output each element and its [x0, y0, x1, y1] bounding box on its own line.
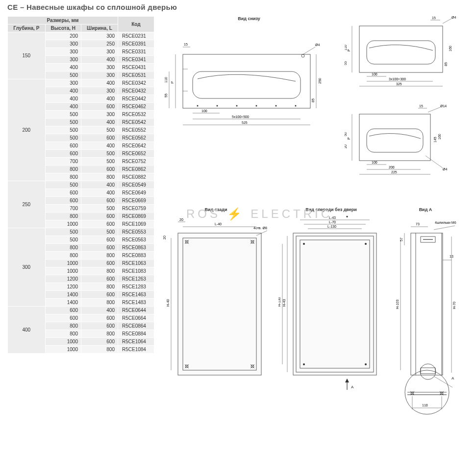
- diagram-view-a: 73 4шпильки M6 57 13 H-103 H-70: [394, 216, 457, 392]
- cell-code: R5CE0432: [118, 87, 154, 95]
- cell-width: 400: [81, 119, 118, 126]
- cell-code: R5CE0869: [118, 213, 154, 220]
- diagram-title-front: Вид спереди без двери: [278, 207, 384, 212]
- svg-point-24: [217, 105, 218, 107]
- cell-height: 800: [45, 213, 81, 220]
- cell-code: R5CE0341: [118, 56, 154, 64]
- cell-height: 800: [45, 252, 81, 260]
- cell-code: R5CE0542: [118, 119, 154, 126]
- cell-code: R5CE0759: [118, 205, 154, 213]
- cell-width: 800: [81, 173, 118, 181]
- table-row: 400600400R5CE0644: [8, 307, 154, 314]
- cell-width: 300: [81, 71, 118, 79]
- cell-code: R5CE0431: [118, 64, 154, 71]
- svg-text:15: 15: [184, 43, 188, 46]
- svg-point-26: [256, 105, 257, 107]
- cell-depth: 250: [8, 181, 46, 228]
- svg-text:110: 110: [345, 45, 347, 50]
- cell-width: 400: [81, 56, 118, 64]
- cell-code: R5CE0649: [118, 189, 154, 197]
- diagram-bottom-small: 15 Ø4 P 55 110 160 85 100 3x100=300 325: [345, 16, 462, 192]
- svg-rect-48: [367, 129, 423, 152]
- cell-width: 400: [81, 95, 118, 103]
- cell-width: 600: [81, 244, 118, 252]
- svg-text:4отв. Ø8: 4отв. Ø8: [253, 226, 267, 230]
- cell-width: 800: [81, 346, 118, 354]
- cell-height: 400: [45, 95, 81, 103]
- cell-height: 500: [45, 126, 81, 134]
- cell-code: R5CE0231: [118, 32, 154, 40]
- cell-width: 800: [81, 330, 118, 338]
- cell-height: 300: [45, 79, 81, 87]
- svg-text:85: 85: [444, 62, 448, 66]
- cell-code: R5CE0864: [118, 322, 154, 330]
- svg-rect-90: [293, 233, 376, 375]
- svg-text:55: 55: [345, 61, 347, 65]
- cell-code: R5CE1483: [118, 299, 154, 307]
- svg-rect-1: [193, 71, 301, 98]
- cell-code: R5CE0664: [118, 314, 154, 322]
- table-row: 300500500R5CE0553: [8, 228, 154, 236]
- svg-marker-104: [345, 216, 349, 218]
- cell-depth: 300: [8, 228, 46, 307]
- cell-height: 300: [45, 48, 81, 56]
- cell-width: 600: [81, 275, 118, 283]
- svg-rect-67: [178, 233, 261, 375]
- cell-width: 500: [81, 158, 118, 166]
- cell-width: 250: [81, 40, 118, 48]
- svg-point-25: [236, 105, 238, 107]
- svg-line-51: [428, 107, 440, 112]
- cell-code: R5CE0391: [118, 40, 154, 48]
- cell-code: R5CE0882: [118, 173, 154, 181]
- svg-text:50: 50: [345, 132, 347, 136]
- cell-width: 600: [81, 166, 118, 173]
- svg-text:250: 250: [318, 78, 322, 84]
- svg-text:P: P: [170, 81, 175, 84]
- cell-code: R5CE1084: [118, 346, 154, 354]
- svg-point-28: [295, 105, 297, 107]
- cell-code: R5CE1063: [118, 260, 154, 267]
- svg-text:4шпильки M6: 4шпильки M6: [435, 221, 456, 224]
- cell-code: R5CE0531: [118, 71, 154, 79]
- cell-height: 500: [45, 181, 81, 189]
- svg-text:160: 160: [438, 134, 441, 140]
- svg-text:5x100=500: 5x100=500: [232, 115, 249, 119]
- diagram-title-bottom: Вид снизу: [163, 16, 335, 21]
- cell-height: 1400: [45, 291, 81, 299]
- svg-text:L-40: L-40: [215, 222, 222, 226]
- svg-marker-111: [345, 379, 349, 382]
- table-header-width: Ширина, L: [81, 24, 118, 32]
- cell-height: 600: [45, 150, 81, 158]
- table-header-dimensions: Размеры, мм: [8, 17, 118, 24]
- svg-text:L-43: L-43: [329, 216, 336, 219]
- svg-text:57: 57: [400, 237, 403, 241]
- svg-text:20: 20: [163, 236, 166, 239]
- cell-code: R5CE0562: [118, 134, 154, 142]
- svg-text:100: 100: [372, 72, 377, 76]
- table-row: 250500400R5CE0549: [8, 181, 154, 189]
- cell-code: R5CE1463: [118, 291, 154, 299]
- svg-text:H-70: H-70: [452, 302, 456, 309]
- cell-width: 600: [81, 322, 118, 330]
- table-row: 200300400R5CE0342: [8, 79, 154, 87]
- cell-code: R5CE0331: [118, 48, 154, 56]
- diagram-front: L-43 L-70 L-130 A H-43 H-130: [278, 216, 384, 402]
- cell-height: 600: [45, 314, 81, 322]
- cell-width: 400: [81, 307, 118, 314]
- cell-width: 400: [81, 189, 118, 197]
- cell-code: R5CE0644: [118, 307, 154, 314]
- svg-text:3x100=300: 3x100=300: [389, 77, 406, 81]
- svg-text:20: 20: [345, 144, 347, 148]
- cell-width: 800: [81, 299, 118, 307]
- svg-text:Ø4: Ø4: [315, 43, 320, 47]
- cell-code: R5CE1283: [118, 283, 154, 291]
- cell-height: 500: [45, 236, 81, 244]
- cell-code: R5CE0532: [118, 111, 154, 119]
- cell-depth: 400: [8, 307, 46, 354]
- cell-code: R5CE0552: [118, 126, 154, 134]
- cell-height: 600: [45, 197, 81, 205]
- svg-point-13: [301, 54, 304, 57]
- svg-text:73: 73: [416, 222, 420, 226]
- cell-height: 1000: [45, 260, 81, 267]
- cell-width: 600: [81, 134, 118, 142]
